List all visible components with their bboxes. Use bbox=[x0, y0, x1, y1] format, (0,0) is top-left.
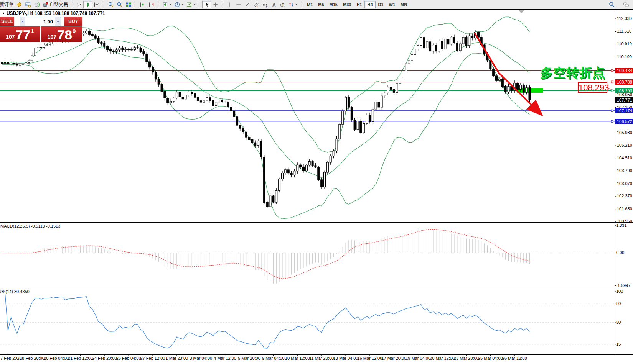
line-anchor bbox=[611, 81, 613, 83]
templates-button[interactable] bbox=[185, 1, 197, 8]
volume-decrease-button[interactable] bbox=[20, 17, 25, 26]
chart-shift-button[interactable] bbox=[147, 1, 156, 8]
chevron-down-icon bbox=[295, 4, 298, 5]
volume-stepper bbox=[20, 17, 61, 26]
timeframe-mn-button[interactable]: MN bbox=[398, 1, 410, 8]
price-annotation-box: 108.293 bbox=[578, 82, 607, 93]
line-anchor bbox=[611, 90, 613, 92]
candlestick-chart-button[interactable] bbox=[83, 1, 92, 8]
line-chart-button[interactable] bbox=[92, 1, 101, 8]
sell-price-big: 77 bbox=[16, 29, 31, 41]
line-anchor bbox=[611, 120, 613, 122]
trendline-icon bbox=[244, 2, 251, 8]
timeframe-h1-button[interactable]: H1 bbox=[354, 1, 364, 8]
toolbar-separator bbox=[199, 1, 201, 8]
sell-button[interactable]: SELL bbox=[0, 17, 14, 26]
text-icon: A bbox=[271, 2, 277, 8]
volume-increase-button[interactable] bbox=[55, 17, 61, 26]
timeframe-h4-button[interactable]: H4 bbox=[364, 1, 375, 8]
horizontal-line-button[interactable] bbox=[234, 1, 243, 8]
equidistant-channel-button[interactable]: E bbox=[252, 1, 260, 8]
auto-trading-icon bbox=[42, 2, 48, 8]
indicators-button[interactable] bbox=[161, 1, 173, 8]
axis-ticks bbox=[8, 19, 616, 356]
trade-controls-row: SELL BUY bbox=[0, 17, 82, 26]
one-click-trading-panel: SELL BUY 107771 107789 bbox=[0, 17, 82, 42]
arrows-icon bbox=[288, 2, 294, 8]
buy-price-big: 78 bbox=[57, 29, 72, 41]
volume-input[interactable] bbox=[25, 17, 55, 26]
trade-prices-row: 107771 107789 bbox=[0, 26, 82, 42]
timeframe-m1-button[interactable]: M1 bbox=[304, 1, 315, 8]
profiles-button[interactable] bbox=[23, 1, 32, 8]
macd-pane bbox=[0, 227, 615, 284]
horizontal-line-icon bbox=[236, 2, 242, 8]
search-icon bbox=[608, 1, 615, 8]
chat-icon bbox=[623, 2, 630, 8]
fibonacci-icon: F bbox=[262, 2, 268, 8]
line-chart-icon bbox=[94, 2, 100, 8]
pane-borders bbox=[0, 9, 633, 355]
vertical-line-icon bbox=[227, 2, 233, 8]
zoom-in-button[interactable] bbox=[106, 1, 115, 8]
fibonacci-button[interactable]: F bbox=[260, 1, 269, 8]
chart-title: ▲USDJPY-,H4 108.153 108.188 107,749 107.… bbox=[2, 11, 105, 16]
toolbar-separator bbox=[301, 1, 303, 8]
strategy-tester-button[interactable] bbox=[32, 1, 41, 8]
crosshair-icon bbox=[213, 2, 219, 8]
periods-button[interactable] bbox=[173, 1, 185, 8]
sell-price-display[interactable]: 107771 bbox=[0, 26, 40, 42]
line-anchor bbox=[611, 110, 613, 111]
buy-button[interactable]: BUY bbox=[64, 17, 82, 26]
timeframe-m5-button[interactable]: M5 bbox=[315, 1, 326, 8]
vertical-line-button[interactable] bbox=[225, 1, 234, 8]
candlestick-chart-icon bbox=[85, 2, 91, 8]
chevron-down-icon bbox=[193, 4, 196, 5]
bar-chart-icon bbox=[76, 2, 82, 8]
indicators-icon bbox=[162, 2, 168, 8]
chart-icon: ▲ bbox=[2, 11, 5, 15]
svg-text:T: T bbox=[282, 3, 284, 7]
timeframe-m30-button[interactable]: M30 bbox=[340, 1, 354, 8]
new-chart-button[interactable] bbox=[15, 1, 23, 8]
bar-chart-button[interactable] bbox=[74, 1, 83, 8]
crosshair-button[interactable] bbox=[211, 1, 220, 8]
zoom-out-icon bbox=[117, 2, 123, 8]
profiles-icon bbox=[25, 2, 31, 8]
text-button[interactable]: A bbox=[269, 1, 278, 8]
trendline-button[interactable] bbox=[243, 1, 252, 8]
timeframe-d1-button[interactable]: D1 bbox=[376, 1, 386, 8]
chat-button[interactable] bbox=[621, 1, 631, 8]
auto-scroll-button[interactable] bbox=[138, 1, 147, 8]
arrows-button[interactable] bbox=[287, 1, 299, 8]
text-label-button[interactable]: T bbox=[278, 1, 287, 8]
svg-text:E: E bbox=[257, 5, 259, 8]
auto-trading-button[interactable]: 自动交易 bbox=[41, 1, 69, 8]
chart-title-text: USDJPY-,H4 108.153 108.188 107,749 107.7… bbox=[7, 11, 105, 16]
terminal-window: 新订单 自动交易 bbox=[0, 0, 633, 364]
macd-indicator-label: MACD(12,26,9) -0.5119 -0.1513 bbox=[0, 224, 60, 228]
toolbar-separator bbox=[222, 1, 224, 8]
timeframe-m15-button[interactable]: M15 bbox=[327, 1, 340, 8]
buy-price-display[interactable]: 107789 bbox=[41, 26, 82, 42]
toolbar-separator bbox=[103, 1, 105, 8]
tile-windows-icon bbox=[125, 2, 132, 8]
templates-icon bbox=[186, 2, 192, 8]
cursor-button[interactable] bbox=[202, 1, 211, 8]
rsi-indicator-label: RSI(14) 30.4850 bbox=[0, 289, 30, 294]
main-toolbar: 新订单 自动交易 bbox=[0, 0, 633, 9]
chevron-down-icon bbox=[170, 4, 172, 5]
new-order-button[interactable]: 新订单 bbox=[0, 1, 15, 8]
cursor-icon bbox=[204, 2, 210, 8]
tile-windows-button[interactable] bbox=[124, 1, 133, 8]
zoom-out-button[interactable] bbox=[115, 1, 124, 8]
timeframe-w1-button[interactable]: W1 bbox=[386, 1, 398, 8]
auto-scroll-icon bbox=[140, 2, 146, 8]
strategy-tester-icon bbox=[34, 2, 40, 8]
rsi-line bbox=[2, 292, 530, 348]
buy-price-sup: 9 bbox=[73, 28, 76, 34]
toolbar-separator bbox=[71, 1, 74, 8]
chart-canvas[interactable] bbox=[0, 0, 633, 364]
equidistant-channel-icon: E bbox=[253, 2, 259, 8]
search-button[interactable] bbox=[607, 1, 616, 8]
